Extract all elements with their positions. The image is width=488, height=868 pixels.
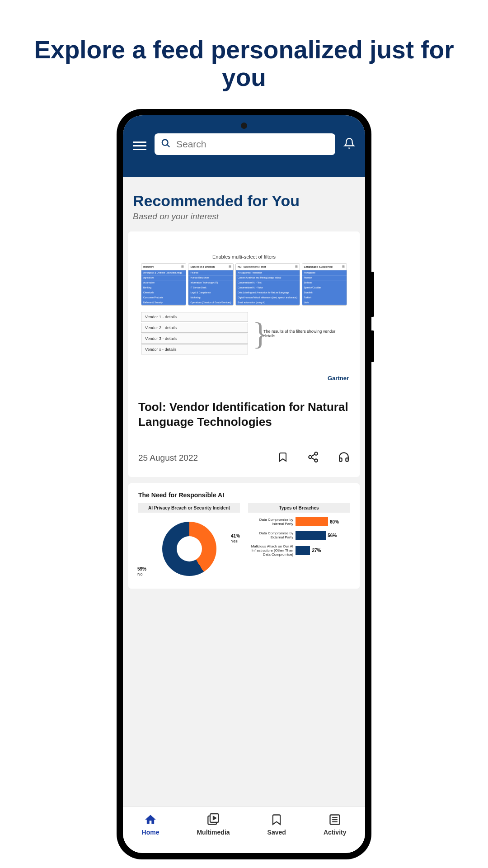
donut-chart: AI Privacy Breach or Security Incident 4… [138,503,240,580]
activity-icon [328,813,341,826]
bar-track: 56% [296,531,350,540]
filter-item: Information Technology (IT) [188,280,233,285]
filter-item: Legal & Compliance [188,290,233,295]
nav-activity[interactable]: Activity [324,813,347,836]
bar-track: 27% [296,546,350,555]
donut-label-yes: 41%Yes [231,533,240,544]
filter-item: Content Analytics and Mining (drugs, vid… [236,275,300,280]
vendor-list: Vendor 1 - detailsVendor 2 - detailsVend… [141,312,248,355]
multimedia-icon [207,813,220,826]
phone-screen: Recommended for You Based on your intere… [123,115,365,853]
bar-label: Malicious Attack on Our AI Infrastructur… [248,544,293,557]
phone-frame: Recommended for You Based on your intere… [117,109,371,859]
filter-industry: Industry Aerospace & Defense (Manufactur… [141,263,186,306]
bar-row: Data Compromise by Internal Party 60% [248,517,350,526]
chart-header: Types of Breaches [248,503,350,513]
nav-saved[interactable]: Saved [267,813,286,836]
bar-label: Data Compromise by Internal Party [248,518,293,526]
svg-point-3 [309,456,312,459]
filter-header: Business Function [188,264,233,270]
filter-item: Serbian [302,280,347,285]
share-icon[interactable] [307,451,319,465]
filter-item: Finance [188,270,233,275]
filter-item: Portuguese [302,270,347,275]
filter-header: Languages Supported [302,264,347,270]
search-input[interactable] [176,139,329,150]
svg-point-2 [314,452,318,455]
filter-item: Chemicals [141,290,186,295]
filter-item: Banking [141,285,186,290]
phone-side-button [371,272,374,317]
filter-item: IT Service Desk [188,285,233,290]
headphones-icon[interactable] [338,451,350,465]
filter-item: Marketing [188,295,233,300]
bar-fill [296,531,326,540]
bar-value: 27% [312,548,321,553]
bar-fill [296,517,328,526]
bookmark-icon [270,813,283,826]
filter-item: Agriculture [141,275,186,280]
article-card[interactable]: The Need for Responsible AI AI Privacy B… [128,483,360,589]
svg-line-1 [167,145,170,147]
search-bar[interactable] [155,133,335,155]
filter-item: Spanish/Castilian [302,285,347,290]
article-card[interactable]: Enables multi-select of filters Industry… [128,231,360,477]
charts-row: AI Privacy Breach or Security Incident 4… [138,503,350,580]
bottom-nav: Home Multimedia Saved Activity [123,807,365,853]
filter-item: Urdu [302,300,347,305]
nav-label: Home [142,829,160,836]
filter-item: Email automation (using AI) [236,300,300,305]
filter-item: Digital Humans/Virtual Influencers (text… [236,295,300,300]
preview-caption: Enables multi-select of filters [141,254,347,259]
bar-fill [296,546,310,555]
article-date: 25 August 2022 [138,453,198,463]
filter-item: Aerospace & Defense (Manufacturing) [141,270,186,275]
filter-lang: Languages Supported PortugueseRussianSer… [302,263,347,306]
brace-icon: } [253,320,259,348]
filter-header: NLT submarkets Filter [236,264,300,270]
nav-home[interactable]: Home [142,813,160,836]
filter-item: Human Resources [188,275,233,280]
vendor-item: Vendor 2 - details [141,323,248,333]
filter-item: Conversational AI - Voice [236,285,300,290]
donut-graphic [162,522,216,576]
filter-business: Business Function FinanceHuman Resources… [188,263,233,306]
filter-item: Operations (Creation of Goods/Services) [188,300,233,305]
bookmark-icon[interactable] [277,451,288,465]
card-actions [277,451,350,465]
bar-row: Data Compromise by External Party 56% [248,531,350,540]
bar-value: 60% [330,519,339,524]
page-headline: Explore a feed personalized just for you [0,0,488,109]
filter-item: Conversational AI - Text [236,280,300,285]
section-title: Recommended for You [123,186,365,212]
vendor-item: Vendor 1 - details [141,312,248,322]
bar-chart: Types of Breaches Data Compromise by Int… [248,503,350,580]
phone-side-button [371,330,374,362]
section-subtitle: Based on your interest [123,212,365,231]
svg-line-6 [311,454,314,456]
nav-label: Multimedia [197,829,230,836]
home-icon [144,813,157,826]
menu-icon[interactable] [133,139,146,149]
vendor-item: Vendor 3 - details [141,334,248,344]
donut-label-no: 59%No [137,566,146,577]
card-body: Tool: Vendor Identification for Natural … [128,386,360,477]
nav-multimedia[interactable]: Multimedia [197,813,230,836]
filter-item: Consumer Products [141,295,186,300]
filter-item: Swedish [302,290,347,295]
filter-item: Data Labeling and Annotation for Natural… [236,290,300,295]
filter-item: Russian [302,275,347,280]
app-header [123,115,365,177]
card-preview-image: The Need for Responsible AI AI Privacy B… [128,483,360,589]
bar-track: 60% [296,517,350,526]
svg-point-4 [314,459,318,462]
svg-line-5 [311,458,314,460]
bar-label: Data Compromise by External Party [248,531,293,539]
bell-icon[interactable] [343,137,355,151]
nav-label: Activity [324,829,347,836]
search-icon [161,138,171,150]
content-area: Recommended for You Based on your intere… [123,177,365,807]
bars: Data Compromise by Internal Party 60% Da… [248,517,350,557]
filter-item: Turkish [302,295,347,300]
filter-header: Industry [141,264,186,270]
